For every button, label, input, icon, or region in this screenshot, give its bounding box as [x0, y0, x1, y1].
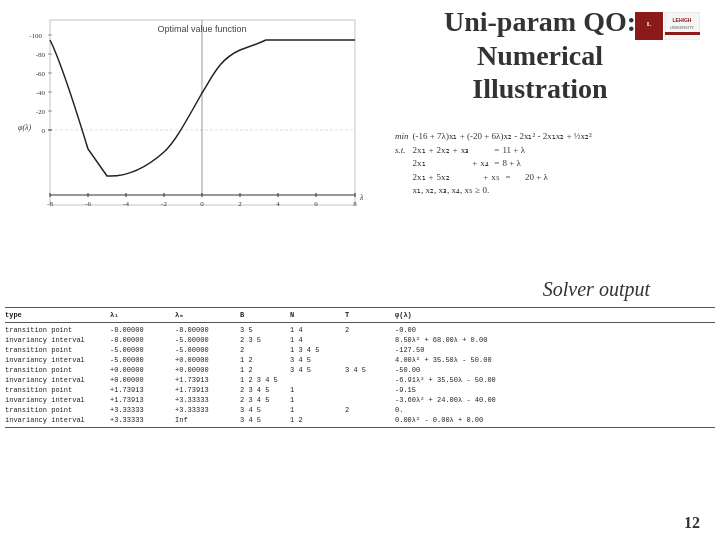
cell-type: invariancy interval — [5, 396, 110, 404]
svg-text:-80: -80 — [36, 51, 46, 59]
cell-b: 2 3 5 — [240, 336, 290, 344]
cell-n: 1 3 4 5 — [290, 346, 345, 354]
table-header-divider — [5, 322, 715, 323]
cell-lm: +1.73913 — [175, 376, 240, 384]
cell-b: 1 2 — [240, 366, 290, 374]
svg-text:0: 0 — [200, 200, 204, 208]
cell-n — [290, 376, 345, 384]
table-row: invariancy interval -8.00000 -5.00000 2 … — [5, 335, 715, 345]
optimal-value-graph: Optimal value function -8 -6 -4 -2 0 2 4… — [10, 10, 370, 240]
cell-n: 1 4 — [290, 336, 345, 344]
cell-phi: -0.00 — [390, 326, 570, 334]
cell-type: transition point — [5, 406, 110, 414]
table-row: transition point +3.33333 +3.33333 3 4 5… — [5, 405, 715, 415]
table-row: invariancy interval -5.00000 +0.00000 1 … — [5, 355, 715, 365]
cell-type: transition point — [5, 346, 110, 354]
cell-l1: +3.33333 — [110, 416, 175, 424]
cell-b: 2 3 4 5 — [240, 386, 290, 394]
svg-text:-100: -100 — [29, 32, 42, 40]
solver-output-label: Solver output — [543, 278, 650, 301]
title-block: Uni-param QO: Numerical Illustration — [380, 5, 700, 106]
cell-lm: +0.00000 — [175, 366, 240, 374]
cell-phi: -6.91λ² + 35.50λ - 50.00 — [390, 376, 570, 384]
solver-table: type λ₁ λₘ B N T φ(λ) transition point -… — [5, 305, 715, 430]
cell-b: 3 4 5 — [240, 416, 290, 424]
cell-n: 3 4 5 — [290, 356, 345, 364]
cell-b: 1 2 3 4 5 — [240, 376, 290, 384]
cell-phi: -9.15 — [390, 386, 570, 394]
cell-n: 3 4 5 — [290, 366, 345, 374]
cell-phi: -50.00 — [390, 366, 570, 374]
table-row: transition point +1.73913 +1.73913 2 3 4… — [5, 385, 715, 395]
cell-phi: 0. — [390, 406, 570, 414]
cell-n: 1 — [290, 396, 345, 404]
table-row: invariancy interval +0.00000 +1.73913 1 … — [5, 375, 715, 385]
table-header: type λ₁ λₘ B N T φ(λ) — [5, 310, 715, 320]
svg-text:8: 8 — [353, 200, 357, 208]
cell-lm: +3.33333 — [175, 396, 240, 404]
cell-l1: -8.00000 — [110, 326, 175, 334]
cell-t — [345, 376, 390, 384]
cell-l1: +0.00000 — [110, 366, 175, 374]
cell-t: 2 — [345, 406, 390, 414]
table-row: transition point -8.00000 -8.00000 3 5 1… — [5, 325, 715, 335]
page-title: Uni-param QO: Numerical Illustration — [380, 5, 700, 106]
cell-phi: 0.00λ² - 0.00λ + 0.00 — [390, 416, 570, 424]
table-row: transition point -5.00000 -5.00000 2 1 3… — [5, 345, 715, 355]
cell-phi: -127.50 — [390, 346, 570, 354]
page-number: 12 — [684, 514, 700, 532]
cell-t: 3 4 5 — [345, 366, 390, 374]
cell-type: transition point — [5, 366, 110, 374]
cell-lm: +0.00000 — [175, 356, 240, 364]
cell-lm: +3.33333 — [175, 406, 240, 414]
svg-text:-40: -40 — [36, 89, 46, 97]
cell-b: 3 5 — [240, 326, 290, 334]
cell-t — [345, 346, 390, 354]
cell-l1: +1.73913 — [110, 396, 175, 404]
svg-text:6: 6 — [314, 200, 318, 208]
col-header-b: B — [240, 311, 290, 319]
cell-l1: +3.33333 — [110, 406, 175, 414]
cell-type: invariancy interval — [5, 376, 110, 384]
col-header-l1: λ₁ — [110, 311, 175, 319]
svg-text:2: 2 — [238, 200, 242, 208]
cell-lm: -5.00000 — [175, 346, 240, 354]
svg-text:4: 4 — [276, 200, 280, 208]
cell-lm: -5.00000 — [175, 336, 240, 344]
cell-t — [345, 416, 390, 424]
table-row: invariancy interval +1.73913 +3.33333 2 … — [5, 395, 715, 405]
cell-l1: +0.00000 — [110, 376, 175, 384]
cell-lm: +1.73913 — [175, 386, 240, 394]
math-formulation: min (-16 + 7λ)x₁ + (-20 + 6λ)x₂ - 2x₁² -… — [395, 130, 705, 198]
cell-t: 2 — [345, 326, 390, 334]
table-top-divider — [5, 307, 715, 308]
col-header-n: N — [290, 311, 345, 319]
svg-text:-8: -8 — [47, 200, 53, 208]
cell-b: 1 2 — [240, 356, 290, 364]
svg-text:-20: -20 — [36, 108, 46, 116]
cell-type: transition point — [5, 326, 110, 334]
table-row: transition point +0.00000 +0.00000 1 2 3… — [5, 365, 715, 375]
table-row: invariancy interval +3.33333 Inf 3 4 5 1… — [5, 415, 715, 425]
table-body: transition point -8.00000 -8.00000 3 5 1… — [5, 325, 715, 425]
cell-phi: 8.50λ² + 68.00λ + 0.00 — [390, 336, 570, 344]
cell-n: 1 — [290, 386, 345, 394]
cell-b: 3 4 5 — [240, 406, 290, 414]
cell-n: 1 4 — [290, 326, 345, 334]
cell-t — [345, 396, 390, 404]
svg-text:0: 0 — [42, 127, 46, 135]
cell-b: 2 — [240, 346, 290, 354]
table-bottom-divider — [5, 427, 715, 428]
cell-n: 1 — [290, 406, 345, 414]
graph-area: Optimal value function -8 -6 -4 -2 0 2 4… — [10, 10, 370, 240]
cell-type: invariancy interval — [5, 356, 110, 364]
cell-n: 1 2 — [290, 416, 345, 424]
cell-l1: +1.73913 — [110, 386, 175, 394]
cell-t — [345, 336, 390, 344]
cell-t — [345, 356, 390, 364]
cell-l1: -5.00000 — [110, 346, 175, 354]
cell-l1: -8.00000 — [110, 336, 175, 344]
svg-text:-4: -4 — [123, 200, 129, 208]
svg-text:-2: -2 — [161, 200, 167, 208]
svg-text:-60: -60 — [36, 70, 46, 78]
